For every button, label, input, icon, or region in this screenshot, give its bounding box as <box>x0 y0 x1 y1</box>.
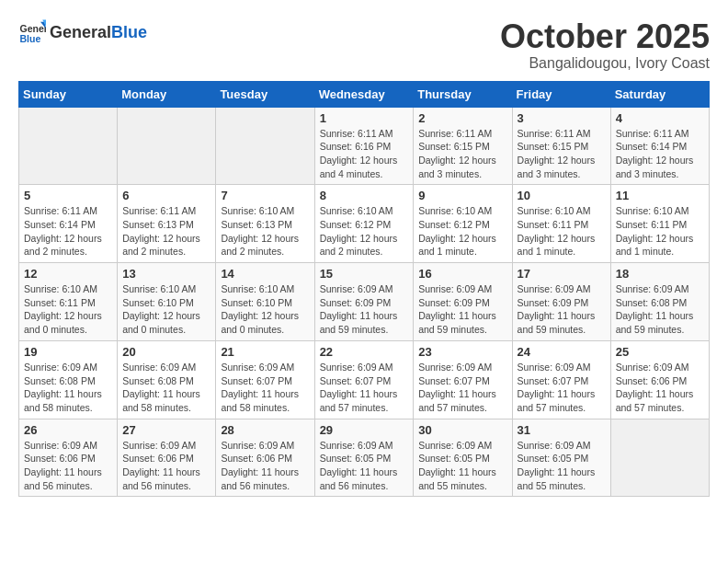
calendar-cell: 21Sunrise: 6:09 AM Sunset: 6:07 PM Dayli… <box>216 340 314 419</box>
calendar-cell: 29Sunrise: 6:09 AM Sunset: 6:05 PM Dayli… <box>314 419 414 497</box>
header-friday: Friday <box>512 81 610 107</box>
header-tuesday: Tuesday <box>216 81 314 107</box>
logo-icon: General Blue <box>18 18 46 46</box>
day-number: 14 <box>221 267 309 281</box>
day-info: Sunrise: 6:09 AM Sunset: 6:07 PM Dayligh… <box>221 361 309 415</box>
day-info: Sunrise: 6:09 AM Sunset: 6:05 PM Dayligh… <box>518 439 606 493</box>
day-info: Sunrise: 6:10 AM Sunset: 6:11 PM Dayligh… <box>616 204 704 259</box>
calendar-cell: 6Sunrise: 6:11 AM Sunset: 6:13 PM Daylig… <box>118 185 216 263</box>
day-info: Sunrise: 6:09 AM Sunset: 6:08 PM Dayligh… <box>616 282 704 337</box>
day-number: 4 <box>616 111 704 125</box>
calendar-table: Sunday Monday Tuesday Wednesday Thursday… <box>18 81 710 498</box>
day-number: 1 <box>320 111 409 125</box>
day-number: 2 <box>418 111 506 125</box>
calendar-cell: 18Sunrise: 6:09 AM Sunset: 6:08 PM Dayli… <box>610 263 709 341</box>
calendar-cell: 26Sunrise: 6:09 AM Sunset: 6:06 PM Dayli… <box>19 419 118 497</box>
day-number: 18 <box>616 267 704 281</box>
calendar-cell: 10Sunrise: 6:10 AM Sunset: 6:11 PM Dayli… <box>512 185 610 263</box>
day-number: 30 <box>418 423 506 437</box>
svg-text:Blue: Blue <box>20 33 41 44</box>
day-number: 28 <box>221 423 309 437</box>
day-info: Sunrise: 6:10 AM Sunset: 6:11 PM Dayligh… <box>24 282 112 337</box>
calendar-cell: 9Sunrise: 6:10 AM Sunset: 6:12 PM Daylig… <box>414 185 512 263</box>
calendar-cell: 11Sunrise: 6:10 AM Sunset: 6:11 PM Dayli… <box>610 185 709 263</box>
day-number: 26 <box>24 423 112 437</box>
day-info: Sunrise: 6:09 AM Sunset: 6:06 PM Dayligh… <box>221 439 309 493</box>
calendar-cell: 30Sunrise: 6:09 AM Sunset: 6:05 PM Dayli… <box>414 419 512 497</box>
calendar-cell: 8Sunrise: 6:10 AM Sunset: 6:12 PM Daylig… <box>314 185 414 263</box>
day-info: Sunrise: 6:11 AM Sunset: 6:15 PM Dayligh… <box>418 127 506 181</box>
day-number: 13 <box>122 267 210 281</box>
day-info: Sunrise: 6:09 AM Sunset: 6:06 PM Dayligh… <box>122 439 210 493</box>
day-number: 9 <box>418 189 506 202</box>
day-info: Sunrise: 6:10 AM Sunset: 6:12 PM Dayligh… <box>418 204 506 259</box>
day-number: 19 <box>24 345 112 359</box>
calendar-cell: 20Sunrise: 6:09 AM Sunset: 6:08 PM Dayli… <box>118 340 216 419</box>
calendar-cell: 27Sunrise: 6:09 AM Sunset: 6:06 PM Dayli… <box>118 419 216 497</box>
day-info: Sunrise: 6:11 AM Sunset: 6:14 PM Dayligh… <box>24 204 112 259</box>
day-number: 29 <box>320 423 409 437</box>
calendar-cell: 17Sunrise: 6:09 AM Sunset: 6:09 PM Dayli… <box>512 263 610 341</box>
day-number: 27 <box>122 423 210 437</box>
day-info: Sunrise: 6:09 AM Sunset: 6:06 PM Dayligh… <box>616 361 704 415</box>
header-wednesday: Wednesday <box>314 81 414 107</box>
calendar-cell: 12Sunrise: 6:10 AM Sunset: 6:11 PM Dayli… <box>19 263 118 341</box>
calendar-cell: 25Sunrise: 6:09 AM Sunset: 6:06 PM Dayli… <box>610 340 709 419</box>
day-info: Sunrise: 6:09 AM Sunset: 6:07 PM Dayligh… <box>518 361 606 415</box>
day-number: 12 <box>24 267 112 281</box>
title-area: October 2025 Bangalidougou, Ivory Coast <box>500 18 710 72</box>
day-info: Sunrise: 6:09 AM Sunset: 6:06 PM Dayligh… <box>24 439 112 493</box>
day-number: 15 <box>320 267 409 281</box>
calendar-cell <box>118 107 216 185</box>
calendar-cell <box>216 107 314 185</box>
day-info: Sunrise: 6:10 AM Sunset: 6:12 PM Dayligh… <box>320 204 409 259</box>
day-number: 6 <box>122 189 210 202</box>
logo: General Blue GeneralBlue <box>18 18 147 46</box>
page-header: General Blue GeneralBlue October 2025 Ba… <box>18 18 710 72</box>
header-saturday: Saturday <box>610 81 709 107</box>
day-number: 5 <box>24 189 112 202</box>
day-number: 21 <box>221 345 309 359</box>
header-monday: Monday <box>118 81 216 107</box>
day-number: 20 <box>122 345 210 359</box>
header-sunday: Sunday <box>19 81 118 107</box>
day-info: Sunrise: 6:09 AM Sunset: 6:09 PM Dayligh… <box>418 282 506 337</box>
day-number: 22 <box>320 345 409 359</box>
calendar-cell: 2Sunrise: 6:11 AM Sunset: 6:15 PM Daylig… <box>414 107 512 185</box>
day-info: Sunrise: 6:10 AM Sunset: 6:13 PM Dayligh… <box>221 204 309 259</box>
day-info: Sunrise: 6:11 AM Sunset: 6:15 PM Dayligh… <box>518 127 606 181</box>
day-info: Sunrise: 6:09 AM Sunset: 6:05 PM Dayligh… <box>320 439 409 493</box>
calendar-cell: 28Sunrise: 6:09 AM Sunset: 6:06 PM Dayli… <box>216 419 314 497</box>
day-info: Sunrise: 6:11 AM Sunset: 6:14 PM Dayligh… <box>616 127 704 181</box>
day-info: Sunrise: 6:09 AM Sunset: 6:09 PM Dayligh… <box>518 282 606 337</box>
day-info: Sunrise: 6:10 AM Sunset: 6:11 PM Dayligh… <box>518 204 606 259</box>
month-title: October 2025 <box>500 18 710 55</box>
calendar-week-row: 1Sunrise: 6:11 AM Sunset: 6:16 PM Daylig… <box>19 107 710 185</box>
calendar-week-row: 19Sunrise: 6:09 AM Sunset: 6:08 PM Dayli… <box>19 340 710 419</box>
day-number: 3 <box>518 111 606 125</box>
day-number: 16 <box>418 267 506 281</box>
calendar-cell: 23Sunrise: 6:09 AM Sunset: 6:07 PM Dayli… <box>414 340 512 419</box>
day-number: 25 <box>616 345 704 359</box>
day-number: 24 <box>518 345 606 359</box>
day-info: Sunrise: 6:09 AM Sunset: 6:07 PM Dayligh… <box>320 361 409 415</box>
calendar-cell: 19Sunrise: 6:09 AM Sunset: 6:08 PM Dayli… <box>19 340 118 419</box>
calendar-week-row: 5Sunrise: 6:11 AM Sunset: 6:14 PM Daylig… <box>19 185 710 263</box>
day-info: Sunrise: 6:09 AM Sunset: 6:05 PM Dayligh… <box>418 439 506 493</box>
calendar-week-row: 12Sunrise: 6:10 AM Sunset: 6:11 PM Dayli… <box>19 263 710 341</box>
day-info: Sunrise: 6:10 AM Sunset: 6:10 PM Dayligh… <box>221 282 309 337</box>
day-number: 8 <box>320 189 409 202</box>
calendar-cell <box>19 107 118 185</box>
day-info: Sunrise: 6:10 AM Sunset: 6:10 PM Dayligh… <box>122 282 210 337</box>
logo-blue-text: Blue <box>111 23 147 42</box>
day-number: 11 <box>616 189 704 202</box>
day-info: Sunrise: 6:09 AM Sunset: 6:08 PM Dayligh… <box>122 361 210 415</box>
calendar-cell: 3Sunrise: 6:11 AM Sunset: 6:15 PM Daylig… <box>512 107 610 185</box>
day-number: 17 <box>518 267 606 281</box>
calendar-cell: 31Sunrise: 6:09 AM Sunset: 6:05 PM Dayli… <box>512 419 610 497</box>
calendar-cell: 4Sunrise: 6:11 AM Sunset: 6:14 PM Daylig… <box>610 107 709 185</box>
day-number: 10 <box>518 189 606 202</box>
day-number: 31 <box>518 423 606 437</box>
calendar-week-row: 26Sunrise: 6:09 AM Sunset: 6:06 PM Dayli… <box>19 419 710 497</box>
calendar-cell: 22Sunrise: 6:09 AM Sunset: 6:07 PM Dayli… <box>314 340 414 419</box>
